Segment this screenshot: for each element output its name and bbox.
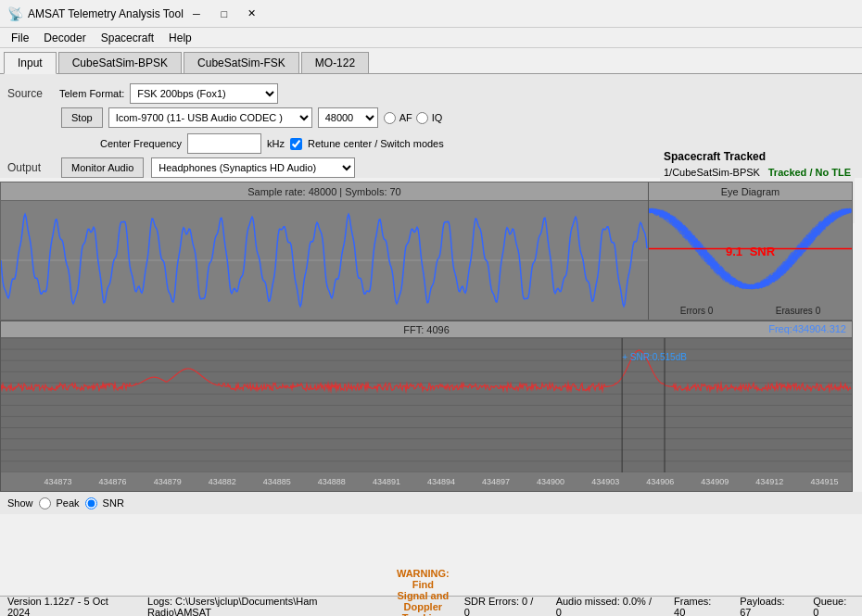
waveform-area [1, 201, 648, 320]
af-label: AF [399, 112, 412, 123]
eye-snr-display: 9.1 SNR [726, 245, 775, 258]
snr-label: SNR [750, 245, 775, 258]
output-label: Output [7, 161, 54, 174]
fft-label: FFT: 4096 [1, 321, 852, 338]
errors-label: Errors 0 [680, 306, 714, 316]
main-content: Source Telem Format: FSK 200bps (Fox1) S… [0, 74, 862, 178]
iq-label: IQ [432, 112, 443, 123]
menu-help[interactable]: Help [161, 30, 199, 46]
output-row: Output Monitor Audio Headphones (Synapti… [59, 157, 653, 178]
frames-label: Frames: 40 [674, 596, 725, 617]
fft-freq-value: Freq:434904.312 [768, 323, 846, 334]
x-axis-tick: 434885 [263, 477, 291, 486]
eye-diagram-label: Eye Diagram [649, 182, 852, 201]
x-axis-tick: 434882 [209, 477, 236, 486]
tab-input[interactable]: Input [4, 52, 57, 74]
tabbar: Input CubeSatSim-BPSK CubeSatSim-FSK MO-… [0, 48, 862, 74]
spacecraft-tracked-title: Spacecraft Tracked [664, 150, 851, 163]
x-axis-tick: 434915 [810, 477, 838, 486]
stop-button[interactable]: Stop [61, 107, 103, 128]
x-axis-tick: 434891 [373, 477, 400, 486]
tab-cubesatsim-bpsk[interactable]: CubeSatSim-BPSK [58, 52, 182, 73]
fft-container: FFT: 4096 Freq:434904.312 -10-20-30-40-5… [0, 321, 853, 492]
x-axis-tick: 434873 [44, 477, 72, 486]
payloads-label: Payloads: 67 [740, 596, 798, 617]
af-radio[interactable] [384, 112, 396, 124]
eye-errors-row: Errors 0 Erasures 0 [649, 306, 852, 316]
menubar: File Decoder Spacecraft Help [0, 28, 862, 48]
app-title: AMSAT Telemetry Analysis Tool [28, 7, 184, 20]
eye-diagram-area: Eye Diagram 9.1 SNR Errors 0 Erasures 0 [648, 182, 852, 320]
erasures-label: Erasures 0 [776, 306, 820, 316]
x-axis-tick: 434897 [482, 477, 510, 486]
source-device-row: Stop Icom-9700 (11- USB Audio CODEC ) 48… [7, 107, 653, 128]
tab-cubesatsim-fsk[interactable]: CubeSatSim-FSK [184, 52, 299, 73]
menu-spacecraft[interactable]: Spacecraft [94, 30, 161, 46]
source-label: Source [7, 87, 54, 100]
x-axis-tick: 434894 [427, 477, 455, 486]
waveform-canvas [1, 201, 648, 320]
menu-decoder[interactable]: Decoder [36, 30, 93, 46]
fft-freq-label: Freq:434904.312 [768, 323, 846, 334]
spacecraft-status-0: Tracked / No TLE [768, 167, 851, 178]
x-axis-tick: 434903 [591, 477, 619, 486]
iq-radio[interactable] [416, 112, 428, 124]
menu-file[interactable]: File [4, 30, 36, 46]
peak-label: Peak [57, 497, 80, 509]
center-freq-row: Center Frequency 434894.0 kHz Retune cen… [7, 133, 653, 154]
spacecraft-row-0: 1/CubeSatSim-BPSK Tracked / No TLE [664, 167, 851, 178]
eye-diagram-title: Eye Diagram [721, 186, 780, 197]
retune-checkbox[interactable] [290, 138, 302, 150]
center-freq-input[interactable]: 434894.0 [187, 133, 261, 154]
waveform-container: Sample rate: 48000 | Symbols: 70 Eye Dia… [0, 182, 853, 321]
close-button[interactable]: ✕ [239, 5, 265, 23]
logs-label: Logs: C:\Users\jclup\Documents\Ham Radio… [147, 596, 382, 617]
x-axis-tick: 434906 [646, 477, 674, 486]
version-label: Version 1.12z7 - 5 Oct 2024 [7, 596, 133, 617]
device-select[interactable]: Icom-9700 (11- USB Audio CODEC ) [108, 107, 312, 128]
warning-label: WARNING: Find Signal and Doppler Trackin… [397, 568, 450, 617]
fft-area [1, 338, 852, 472]
minimize-button[interactable]: ─ [184, 5, 209, 23]
snr-radio[interactable] [85, 497, 97, 509]
monitor-audio-button[interactable]: Monitor Audio [61, 157, 144, 178]
x-axis-tick: 434900 [537, 477, 564, 486]
telem-format-label: Telem Format: [59, 88, 124, 99]
x-axis-tick: 434879 [154, 477, 182, 486]
queue-label: Queue: 0 [813, 596, 855, 617]
app-icon: 📡 [7, 6, 23, 21]
snr-show-label: SNR [103, 497, 124, 509]
waveform-info: Sample rate: 48000 | Symbols: 70 [247, 186, 401, 197]
center-freq-label: Center Frequency [100, 138, 182, 149]
output-device-select[interactable]: Headphones (Synaptics HD Audio) [151, 157, 355, 178]
source-section: Source Telem Format: FSK 200bps (Fox1) [7, 83, 653, 104]
spacecraft-name-0: 1/CubeSatSim-BPSK [664, 167, 760, 178]
peak-radio[interactable] [39, 497, 51, 509]
titlebar: 📡 AMSAT Telemetry Analysis Tool ─ □ ✕ [0, 0, 862, 28]
x-axis-tick: 434888 [318, 477, 346, 486]
snr-value: 9.1 [726, 245, 742, 258]
waveform-label: Sample rate: 48000 | Symbols: 70 [1, 182, 648, 201]
x-axis-tick: 434876 [99, 477, 127, 486]
sample-rate-select[interactable]: 48000 [318, 107, 378, 128]
sdr-errors-label: SDR Errors: 0 / 0 [464, 596, 541, 617]
fft-canvas [1, 338, 852, 472]
show-row: Show Peak SNR [0, 492, 862, 514]
fft-title: FFT: 4096 [403, 324, 450, 335]
tab-mo122[interactable]: MO-122 [301, 52, 369, 73]
maximize-button[interactable]: □ [211, 5, 237, 23]
x-axis-tick: 434909 [701, 477, 729, 486]
x-axis-labels: 4348734348764348794348824348854348884348… [31, 472, 852, 491]
statusbar: Version 1.12z7 - 5 Oct 2024 Logs: C:\Use… [0, 596, 862, 616]
af-radio-group: AF IQ [384, 112, 443, 124]
x-axis-tick: 434912 [755, 477, 783, 486]
retune-label: Retune center / Switch modes [308, 138, 444, 149]
telem-format-select[interactable]: FSK 200bps (Fox1) [130, 83, 278, 104]
center-freq-unit: kHz [267, 138, 285, 149]
audio-missed-label: Audio missed: 0.0% / 0 [556, 596, 659, 617]
output-section: Output Monitor Audio Headphones (Synapti… [7, 157, 653, 178]
show-label: Show [7, 497, 33, 509]
